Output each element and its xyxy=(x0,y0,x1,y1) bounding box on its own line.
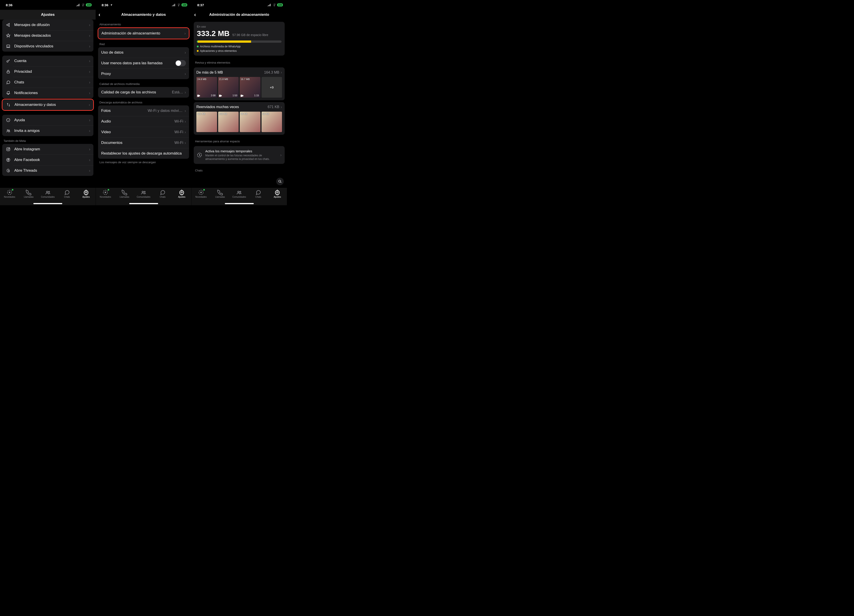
group-network: Uso de datos›Usar menos datos para las l… xyxy=(98,47,189,79)
screen-manage-storage: 8:37 100 ‹ Administración de almacenamie… xyxy=(191,0,287,205)
row-upload-quality[interactable]: Calidad de carga de los archivos Está… › xyxy=(98,87,189,98)
chevron-right-icon: › xyxy=(89,147,90,152)
row-manage-storage[interactable]: Administración de almacenamiento › xyxy=(98,28,189,39)
category-size: 164.3 MB xyxy=(264,70,279,75)
svg-rect-0 xyxy=(7,45,9,47)
tab-novedades[interactable]: Novedades xyxy=(1,189,18,205)
tab-label: Llamadas xyxy=(215,196,225,198)
swatch-green xyxy=(197,46,198,47)
home-indicator xyxy=(225,203,254,204)
row-value: Wi-Fi xyxy=(174,119,183,124)
row-documentos[interactable]: DocumentosWi-Fi› xyxy=(98,137,189,148)
tool-disappearing[interactable]: Activa los mensajes temporales Mantén el… xyxy=(194,146,285,164)
chevron-right-icon: › xyxy=(185,50,186,55)
thumb-duration: 1:53 xyxy=(233,94,237,97)
chevron-right-icon: › xyxy=(185,90,186,95)
content-scroll[interactable]: En uso 333.2 MB 57.96 GB de espacio libr… xyxy=(192,20,287,205)
status-icon xyxy=(102,189,108,195)
timer-icon xyxy=(197,152,202,158)
video-icon xyxy=(197,95,200,97)
row-label: Video xyxy=(101,130,174,134)
row-audio[interactable]: AudioWi-Fi› xyxy=(98,116,189,127)
row-cuenta[interactable]: Cuenta› xyxy=(2,56,93,66)
tab-label: Novedades xyxy=(195,196,207,198)
highlight-storage: Almacenamiento y datos › xyxy=(2,99,94,111)
chevron-right-icon: › xyxy=(281,105,282,110)
nav-header: ‹ Administración de almacenamiento xyxy=(192,10,287,20)
svg-rect-21 xyxy=(197,95,199,97)
content-scroll[interactable]: Almacenamiento Administración de almacen… xyxy=(96,20,191,205)
time: 8:36 xyxy=(6,3,12,7)
row-proxy[interactable]: Proxy› xyxy=(98,69,189,79)
toggle[interactable] xyxy=(175,60,186,66)
row-mensajes-destacados[interactable]: Mensajes destacados› xyxy=(2,30,93,41)
row-ayuda[interactable]: Ayuda› xyxy=(2,115,93,125)
media-thumb[interactable]: 96 KB xyxy=(240,111,261,132)
threads-icon xyxy=(5,168,11,173)
thumb-size: 52 KB xyxy=(262,113,269,115)
row-video[interactable]: VideoWi-Fi› xyxy=(98,127,189,137)
back-button[interactable]: ‹ xyxy=(194,12,196,18)
row-abre-threads[interactable]: Abre Threads› xyxy=(2,165,93,176)
row-fotos[interactable]: FotosWi-Fi y datos móviles› xyxy=(98,105,189,116)
home-indicator xyxy=(34,203,62,204)
usage-bar xyxy=(197,40,282,43)
row-privacidad[interactable]: Privacidad› xyxy=(2,66,93,77)
tab-ajustes[interactable]: Ajustes xyxy=(173,189,191,205)
in-use-label: En uso xyxy=(197,25,282,28)
instagram-icon xyxy=(5,147,11,151)
unread-dot xyxy=(203,189,205,191)
search-button[interactable] xyxy=(276,178,284,185)
row-value: Wi-Fi xyxy=(174,130,183,134)
status-icon xyxy=(198,189,204,195)
tab-ajustes[interactable]: Ajustes xyxy=(268,189,286,205)
content-scroll[interactable]: Mensajes de difusión›Mensajes destacados… xyxy=(0,20,96,205)
tab-ajustes[interactable]: Ajustes xyxy=(78,189,95,205)
thumb-size: 96 KB xyxy=(241,113,247,115)
svg-point-1 xyxy=(7,61,8,62)
chevron-right-icon: › xyxy=(89,23,90,27)
svg-point-18 xyxy=(142,191,144,193)
row-usar-menos-datos-para-las-llam[interactable]: Usar menos datos para las llamadas xyxy=(98,58,189,69)
row-abre-instagram[interactable]: Abre Instagram› xyxy=(2,144,93,154)
tab-label: Llamadas xyxy=(24,196,34,198)
chevron-right-icon: › xyxy=(185,72,186,76)
row-uso-de-datos[interactable]: Uso de datos› xyxy=(98,47,189,58)
unread-dot xyxy=(108,189,109,191)
chevron-right-icon: › xyxy=(185,130,186,134)
time: 8:37 xyxy=(197,3,204,7)
row-dispositivos-vinculados[interactable]: Dispositivos vinculados› xyxy=(2,41,93,52)
row-restablecer-los-ajustes-de-des[interactable]: Restablecer los ajustes de descarga auto… xyxy=(98,148,189,159)
media-thumb[interactable]: 102 KB xyxy=(218,111,239,132)
row-label: Proxy xyxy=(101,72,185,76)
row-storage-data[interactable]: Almacenamiento y datos › xyxy=(2,99,93,110)
section-chats: Chats xyxy=(192,166,287,174)
group-message-tools: Mensajes de difusión›Mensajes destacados… xyxy=(2,20,93,52)
svg-point-6 xyxy=(9,130,9,131)
section-storage: Almacenamiento xyxy=(96,20,191,27)
row-notificaciones[interactable]: Notificaciones› xyxy=(2,88,93,98)
phone-icon xyxy=(217,189,223,195)
row-chats[interactable]: Chats› xyxy=(2,77,93,88)
svg-point-5 xyxy=(7,130,8,131)
row-abre-facebook[interactable]: Abre Facebook› xyxy=(2,154,93,165)
media-thumb-more[interactable]: +9 xyxy=(262,77,282,98)
tab-novedades[interactable]: Novedades xyxy=(97,189,114,205)
category-title: De más de 5 MB xyxy=(197,70,223,75)
category-large-files[interactable]: De más de 5 MB 164.3 MB › 24.8 MB2:0021.… xyxy=(194,67,285,100)
row-mensajes-de-difusi-n[interactable]: Mensajes de difusión› xyxy=(2,20,93,30)
lock-icon xyxy=(5,69,11,74)
back-button[interactable]: ‹ xyxy=(99,12,100,18)
row-value: Está… xyxy=(172,90,183,95)
tab-novedades[interactable]: Novedades xyxy=(192,189,210,205)
row-invita-a-amigos[interactable]: Invita a amigos› xyxy=(2,125,93,136)
svg-point-27 xyxy=(200,192,202,193)
media-thumb[interactable]: 21.8 MB1:53 xyxy=(218,77,239,98)
media-thumb[interactable]: 16.7 MB1:15 xyxy=(240,77,261,98)
media-thumb[interactable]: 24.8 MB2:00 xyxy=(197,77,217,98)
chat-icon xyxy=(255,189,261,195)
media-thumb[interactable]: 421 KB xyxy=(197,111,217,132)
media-thumb[interactable]: 52 KB xyxy=(262,111,282,132)
category-forwarded[interactable]: Reenviados muchas veces 671 KB › 421 KB1… xyxy=(194,102,285,135)
svg-point-17 xyxy=(105,192,106,193)
